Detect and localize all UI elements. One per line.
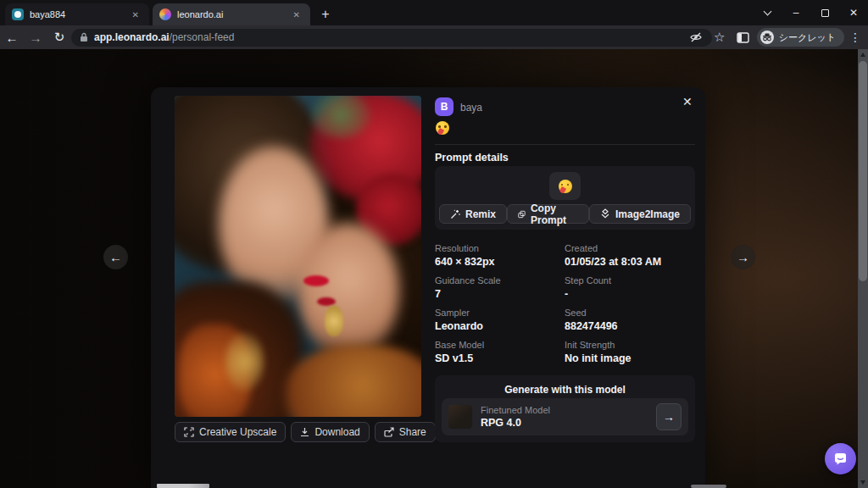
cut-off-element — [691, 485, 726, 488]
detail-init-strength: Init Strength No init image — [565, 340, 695, 372]
scrollbar-thumb[interactable] — [859, 61, 867, 281]
divider — [435, 144, 695, 145]
share-label: Share — [399, 426, 426, 438]
window-controls: – ✕ — [753, 0, 868, 25]
image2image-label: Image2Image — [615, 208, 680, 220]
creative-upscale-label: Creative Upscale — [199, 426, 276, 438]
next-image-button[interactable]: → — [731, 245, 755, 269]
side-panel-icon[interactable] — [733, 27, 754, 47]
prompt-details-title: Prompt details — [435, 152, 509, 164]
incognito-icon — [760, 30, 774, 44]
tab-search-chevron-icon[interactable] — [753, 0, 782, 25]
detail-step-count: Step Count - — [565, 275, 695, 308]
tab-favicon — [159, 8, 171, 20]
generate-with-model-box: Generate with this model Finetuned Model… — [435, 375, 695, 442]
page-scrollbar[interactable] — [858, 49, 868, 488]
avatar[interactable]: B — [435, 97, 453, 116]
chat-icon — [833, 452, 848, 466]
forward-icon[interactable]: → — [24, 30, 47, 45]
creative-upscale-button[interactable]: Creative Upscale — [175, 422, 286, 442]
model-name: RPG 4.0 — [481, 417, 656, 429]
restore-button[interactable] — [810, 0, 839, 25]
generated-image[interactable] — [175, 96, 421, 417]
detail-created: Created 01/05/23 at 8:03 AM — [565, 243, 695, 275]
detail-resolution: Resolution 640 × 832px — [435, 243, 565, 275]
url-domain: app.leonardo.ai — [94, 31, 170, 43]
image-detail-modal: Creative Upscale Download Share ••• — [151, 87, 705, 488]
tab-title: leonardo.ai — [177, 9, 290, 19]
model-row[interactable]: Finetuned Model RPG 4.0 → — [442, 398, 688, 435]
image-actions-bar: Creative Upscale Download Share ••• — [175, 422, 470, 442]
page-backdrop: ← → — [0, 49, 868, 488]
download-button[interactable]: Download — [291, 422, 369, 442]
username[interactable]: baya — [460, 102, 482, 114]
support-chat-button[interactable] — [825, 443, 856, 474]
download-label: Download — [314, 426, 359, 438]
copy-prompt-button[interactable]: Copy Prompt — [507, 204, 589, 224]
tab-close-icon[interactable]: ✕ — [129, 8, 142, 21]
download-icon — [300, 427, 309, 437]
scroll-up-arrow[interactable] — [858, 49, 868, 60]
bookmark-star-icon[interactable]: ☆ — [709, 27, 730, 47]
wand-icon — [450, 209, 460, 219]
eye-off-icon[interactable] — [686, 27, 706, 47]
incognito-badge[interactable]: シークレット — [757, 28, 844, 47]
prompt-emoji-tile — [549, 172, 581, 200]
generation-details-grid: Resolution 640 × 832px Created 01/05/23 … — [435, 243, 695, 372]
tongue-emoji-icon — [559, 180, 572, 193]
url-bar[interactable]: app.leonardo.ai/personal-feed — [71, 29, 712, 47]
detail-base-model: Base Model SD v1.5 — [435, 340, 565, 372]
chrome-menu-icon[interactable]: ⋮ — [848, 30, 863, 44]
browser-tab-strip: baya884 ✕ leonardo.ai ✕ + – ✕ — [0, 0, 868, 25]
prompt-details-box: Remix Copy Prompt Im — [435, 166, 695, 230]
reload-icon[interactable]: ↻ — [47, 30, 71, 45]
tab-favicon — [12, 8, 24, 20]
prompt-text — [436, 121, 449, 138]
image2image-icon — [600, 208, 610, 219]
tab-baya884[interactable]: baya884 ✕ — [5, 3, 149, 25]
close-icon[interactable]: ✕ — [682, 96, 693, 108]
tab-leonardo[interactable]: leonardo.ai ✕ — [153, 3, 310, 25]
url-path: /personal-feed — [170, 31, 235, 43]
minimize-button[interactable]: – — [782, 0, 810, 25]
detail-sampler: Sampler Leonardo — [435, 308, 565, 340]
copy-icon — [518, 209, 526, 219]
close-window-button[interactable]: ✕ — [839, 0, 868, 25]
cut-off-section-text — [157, 484, 209, 488]
incognito-label: シークレット — [779, 31, 836, 44]
tab-title: baya884 — [30, 9, 129, 19]
upscale-icon — [184, 427, 194, 437]
image2image-button[interactable]: Image2Image — [589, 204, 691, 224]
generate-title: Generate with this model — [442, 384, 688, 396]
new-tab-button[interactable]: + — [317, 6, 334, 23]
share-button[interactable]: Share — [375, 422, 436, 442]
tongue-emoji-icon — [436, 121, 449, 135]
scroll-down-arrow[interactable] — [858, 477, 868, 488]
back-icon[interactable]: ← — [0, 30, 24, 45]
detail-seed: Seed 882474496 — [565, 308, 695, 340]
remix-button[interactable]: Remix — [439, 204, 507, 224]
remix-label: Remix — [465, 208, 496, 220]
previous-image-button[interactable]: ← — [103, 245, 128, 269]
detail-guidance-scale: Guidance Scale 7 — [435, 275, 565, 308]
model-thumbnail — [448, 405, 472, 429]
model-type-label: Finetuned Model — [481, 405, 656, 415]
browser-toolbar: ← → ↻ app.leonardo.ai/personal-feed ☆ — [0, 25, 868, 49]
generate-arrow-button[interactable]: → — [656, 403, 682, 430]
lock-icon — [80, 32, 88, 42]
share-icon — [384, 427, 394, 437]
details-panel: B baya ✕ Prompt details R — [435, 87, 695, 488]
tab-close-icon[interactable]: ✕ — [290, 8, 303, 21]
copy-prompt-label: Copy Prompt — [531, 202, 578, 226]
